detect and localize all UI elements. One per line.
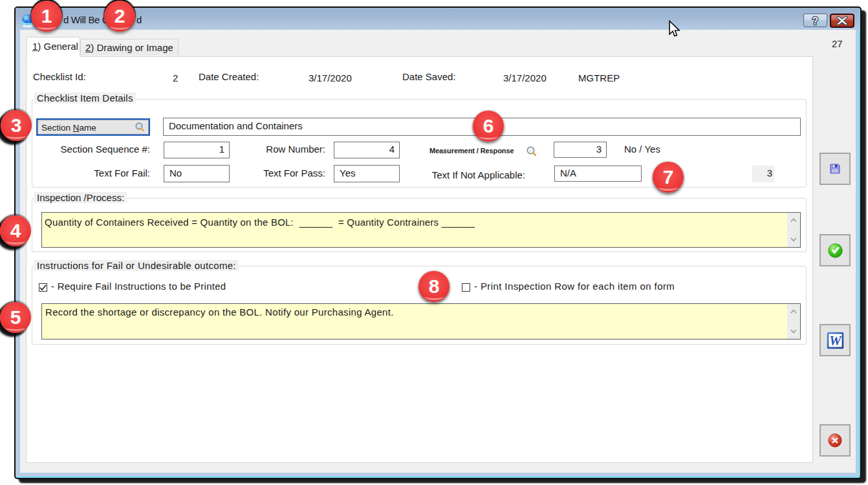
svg-text:W: W [829,333,842,349]
svg-text:?: ? [812,16,819,27]
